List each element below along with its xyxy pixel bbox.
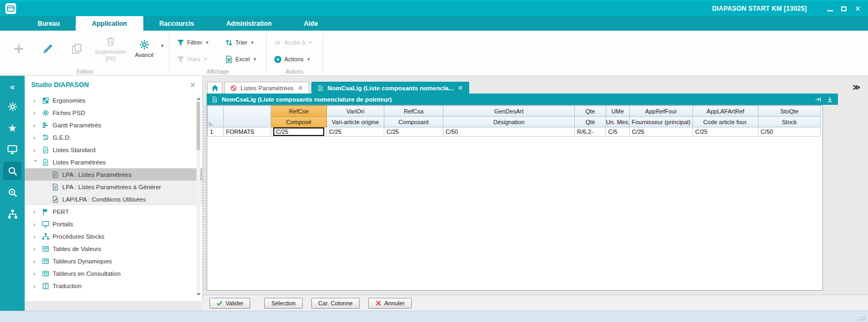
minimize-button[interactable] bbox=[823, 2, 837, 15]
column-header-stoqte-code[interactable]: StoQte bbox=[758, 106, 821, 117]
column-header-applafartref-label[interactable]: Code article four. bbox=[693, 117, 758, 127]
scroll-down-icon[interactable] bbox=[196, 293, 201, 296]
filter-button[interactable]: Filtrer▾ bbox=[173, 36, 221, 49]
tree-item-tableurs-dynamiques[interactable]: ›Tableurs Dynamiques bbox=[25, 255, 202, 267]
edit-button[interactable] bbox=[33, 32, 62, 66]
tree-item-procedures-stocks[interactable]: ›Procédures Stocks bbox=[25, 230, 202, 242]
app-logo-icon[interactable] bbox=[5, 3, 16, 14]
cell-refcse-editing[interactable]: C/25 bbox=[271, 127, 327, 137]
menu-tab-bureau[interactable]: Bureau bbox=[21, 16, 76, 31]
tree-item-pert[interactable]: ›PERT bbox=[25, 205, 202, 218]
column-header-refcsa-label[interactable]: Composant bbox=[384, 117, 443, 127]
search-detail-icon[interactable] bbox=[3, 183, 21, 202]
access-button[interactable]: Accès à▾ bbox=[270, 36, 319, 49]
scroll-up-icon[interactable] bbox=[196, 97, 201, 100]
tree-item-conditions-utilisees[interactable]: LAP/LPA : Conditions Utilisées bbox=[25, 193, 202, 205]
menu-tab-application[interactable]: Application bbox=[76, 16, 143, 31]
column-header-refcse-code[interactable]: RefCse bbox=[271, 106, 327, 117]
column-header-variori-label[interactable]: Vari-article origine bbox=[327, 117, 384, 127]
column-header-apprefour-label[interactable]: Fournisseur (principal) bbox=[630, 117, 693, 127]
column-header-gendesart-code[interactable]: GenDesArt bbox=[443, 106, 575, 117]
tab-overflow-button[interactable]: ≫ bbox=[852, 83, 868, 94]
column-header-refcsa-code[interactable]: RefCsa bbox=[384, 106, 443, 117]
advanced-button[interactable]: Avancé bbox=[130, 32, 159, 66]
home-tab-button[interactable] bbox=[207, 82, 222, 94]
column-header-stoqte-label[interactable]: Stock bbox=[758, 117, 821, 127]
tab-nomcsalig[interactable]: NomCsaLig (Liste composants nomencla... bbox=[311, 82, 469, 94]
grid-corner-cell[interactable] bbox=[208, 106, 224, 127]
views-button[interactable]: Vues▾ bbox=[173, 53, 221, 66]
collapse-sidebar-icon[interactable]: « bbox=[10, 82, 15, 92]
cell-ume[interactable]: C/5 bbox=[606, 127, 630, 137]
sidebar-scrollbar[interactable] bbox=[195, 97, 201, 296]
studio-panel-close-button[interactable] bbox=[188, 81, 197, 89]
monitor-icon bbox=[42, 220, 49, 228]
settings-icon[interactable] bbox=[3, 97, 21, 116]
tree-item-lpa-a-generer[interactable]: LPA : Listes Paramétrées à Générer bbox=[25, 181, 202, 193]
close-tab-icon[interactable] bbox=[457, 85, 463, 91]
column-header-qte-code[interactable]: Qte bbox=[575, 106, 606, 117]
actions-caret-icon: ▾ bbox=[308, 56, 310, 62]
tree-item-tableurs-consultation[interactable]: ›Tableurs en Consultation bbox=[25, 267, 202, 280]
cell-refcsa[interactable]: C/25 bbox=[384, 127, 443, 137]
cell-qte[interactable]: R/6,2- bbox=[575, 127, 606, 137]
column-header-name[interactable] bbox=[224, 106, 271, 127]
grid-vertical-scrollbar[interactable] bbox=[203, 106, 206, 291]
tab-listes-parametrees[interactable]: Listes Paramétrées bbox=[224, 82, 309, 94]
column-header-variori-code[interactable]: VariOri bbox=[327, 106, 384, 117]
cell-editor[interactable]: C/25 bbox=[273, 127, 324, 136]
resize-grip[interactable] bbox=[858, 313, 866, 320]
delete-button[interactable]: Suppression(F6) bbox=[91, 32, 130, 66]
tree-item-lpa-listes-parametrees[interactable]: LPA : Listes Paramétrées bbox=[25, 168, 202, 181]
sitemap-icon[interactable] bbox=[3, 205, 21, 223]
menu-tab-aide[interactable]: Aide bbox=[288, 16, 334, 31]
column-header-ume-code[interactable]: UMe bbox=[606, 106, 630, 117]
close-button[interactable] bbox=[851, 2, 865, 15]
chevron-right-icon: › bbox=[33, 283, 39, 289]
sort-button[interactable]: Trier▾ bbox=[221, 36, 263, 49]
selection-button[interactable]: Sélection bbox=[264, 298, 302, 309]
tree-item-listes-standard[interactable]: ›Listes Standard bbox=[25, 144, 202, 156]
column-header-ume-label[interactable]: Un. Mes. bbox=[606, 117, 630, 127]
sitemap-icon bbox=[42, 233, 49, 240]
search-icon[interactable] bbox=[3, 162, 21, 180]
maximize-button[interactable] bbox=[837, 2, 851, 15]
tree-item-portails[interactable]: ›Portails bbox=[25, 218, 202, 230]
chevron-right-icon: › bbox=[33, 246, 39, 252]
column-header-applafartref-code[interactable]: AppLAFArtRef bbox=[693, 106, 758, 117]
column-header-refcse-label[interactable]: Composé bbox=[271, 117, 327, 127]
tree-item-traduction[interactable]: ›Traduction bbox=[25, 280, 202, 292]
excel-button[interactable]: Excel▾ bbox=[221, 53, 263, 66]
tree-item-ged[interactable]: ›G.E.D. bbox=[25, 131, 202, 144]
advanced-dropdown-caret[interactable]: ▾ bbox=[159, 43, 166, 48]
column-header-qte-label[interactable]: Qté bbox=[575, 117, 606, 127]
cell-gendesart[interactable]: C/50 bbox=[443, 127, 575, 137]
menu-tab-raccourcis[interactable]: Raccourcis bbox=[143, 16, 210, 31]
copy-button[interactable] bbox=[62, 32, 91, 66]
row-number-cell[interactable]: 1 bbox=[208, 127, 224, 137]
close-tab-icon[interactable] bbox=[297, 85, 303, 91]
column-header-apprefour-code[interactable]: AppRefFour bbox=[630, 106, 693, 117]
column-header-gendesart-label[interactable]: Désignation bbox=[443, 117, 575, 127]
column-characteristics-button[interactable]: Car. Colonne bbox=[311, 298, 360, 309]
tree-item-fiches-psd[interactable]: ›Fiches PSD bbox=[25, 106, 202, 119]
cell-name[interactable]: FORMATS bbox=[224, 127, 271, 137]
cancel-button[interactable]: Annuler bbox=[368, 298, 412, 309]
go-to-end-icon[interactable] bbox=[815, 96, 821, 103]
menu-tab-administration[interactable]: Administration bbox=[210, 16, 288, 31]
tree-item-tables-de-valeurs[interactable]: ›Tables de Valeurs bbox=[25, 242, 202, 255]
download-icon[interactable] bbox=[827, 96, 833, 103]
tree-item-ergonomies[interactable]: ›Ergonomies bbox=[25, 94, 202, 106]
monitor-icon[interactable] bbox=[3, 140, 21, 159]
cell-apprefour[interactable]: C/25 bbox=[630, 127, 693, 137]
cell-stoqte[interactable]: C/50 bbox=[758, 127, 821, 137]
actions-button[interactable]: Actions▾ bbox=[270, 53, 319, 66]
add-button[interactable] bbox=[4, 32, 33, 66]
tree-item-listes-parametrees[interactable]: ›Listes Paramétrées bbox=[25, 156, 202, 168]
tree-item-gantt[interactable]: ›Gantt Paramétrés bbox=[25, 119, 202, 131]
cell-applafartref[interactable]: C/25 bbox=[693, 127, 758, 137]
cell-variori[interactable]: C/25 bbox=[327, 127, 384, 137]
favorites-icon[interactable]: ★ bbox=[3, 119, 21, 137]
scrollbar-thumb[interactable] bbox=[196, 102, 200, 150]
validate-button[interactable]: Valider bbox=[209, 298, 250, 309]
